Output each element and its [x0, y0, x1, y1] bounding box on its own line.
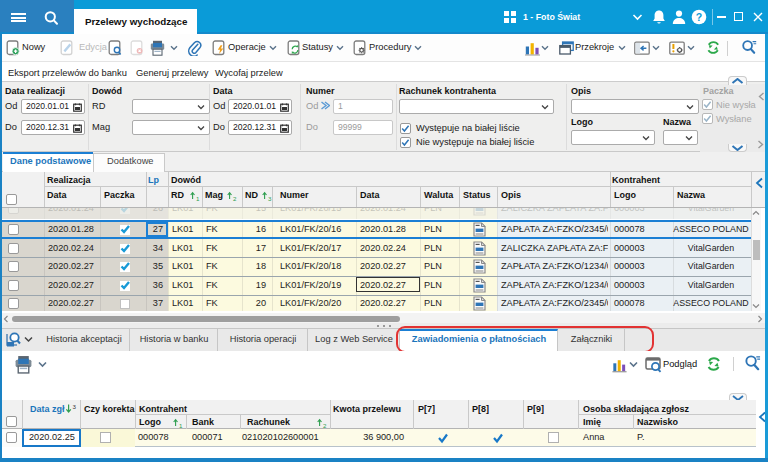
svg-text:?: ? [696, 11, 702, 23]
svg-text:2: 2 [233, 195, 237, 202]
svg-text:1: 1 [179, 422, 183, 429]
svg-text:3: 3 [72, 403, 76, 410]
svg-text:1: 1 [196, 195, 200, 202]
svg-text:2: 2 [323, 422, 327, 429]
